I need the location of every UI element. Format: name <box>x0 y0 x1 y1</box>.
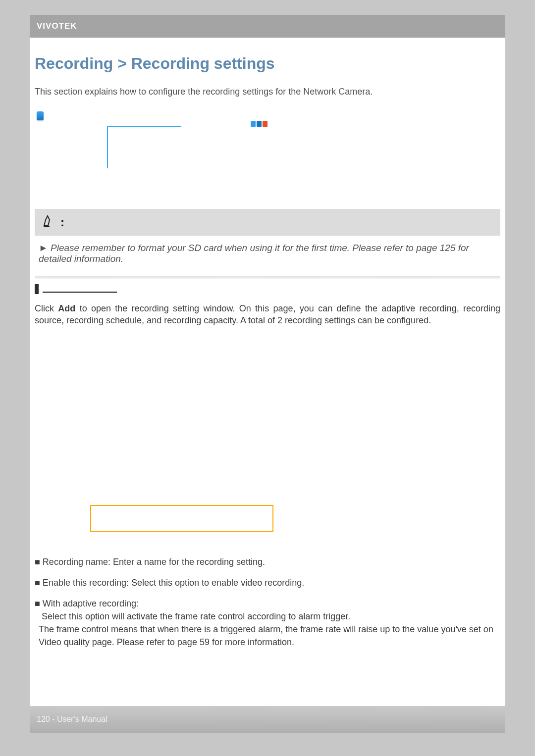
param-enable-recording: ■ Enable this recording: Select this opt… <box>35 576 500 589</box>
param-adaptive-head: ■ With adaptive recording: <box>35 597 500 610</box>
heading-underline <box>43 292 117 293</box>
param-text: ■ Enable this recording: Select this opt… <box>35 576 304 589</box>
divider <box>35 276 500 279</box>
app-icon <box>257 121 262 127</box>
note-label-colon: : <box>60 215 64 229</box>
callout-line-icon <box>107 126 181 127</box>
callout-outline <box>106 110 339 179</box>
note-body: ► Please remember to format your SD card… <box>35 236 500 273</box>
rs-post: to open the recording setting window. On… <box>35 303 500 325</box>
param-text: ■ Recording name: Enter a name for the r… <box>35 555 265 568</box>
param-adaptive-line1: Select this option will activate the fra… <box>42 610 500 623</box>
highlight-box <box>90 505 273 532</box>
parameter-list: ■ Recording name: Enter a name for the r… <box>35 555 500 649</box>
toolbar-icons <box>251 121 268 127</box>
param-text: ■ With adaptive recording: <box>35 597 139 610</box>
note-banner: : <box>35 209 500 236</box>
device-icon <box>37 111 44 120</box>
bar-icon <box>35 284 39 294</box>
move-icon <box>251 121 256 127</box>
recording-settings-paragraph: Click Add to open the recording setting … <box>35 303 500 327</box>
add-label: Add <box>58 303 75 313</box>
page-content: Recording > Recording settings This sect… <box>30 54 505 649</box>
page: VIVOTEK Recording > Recording settings T… <box>30 15 505 733</box>
page-title: Recording > Recording settings <box>35 54 500 73</box>
pencil-icon <box>43 215 54 230</box>
recording-settings-figure <box>35 110 500 209</box>
recording-settings-heading <box>35 284 500 294</box>
page-footer: 120 - User's Manual <box>30 706 505 733</box>
param-recording-name: ■ Recording name: Enter a name for the r… <box>35 555 500 568</box>
brand-logo: VIVOTEK <box>37 21 77 31</box>
intro-text: This section explains how to configure t… <box>35 87 500 97</box>
rs-pre: Click <box>35 303 58 313</box>
callout-line-icon <box>107 126 108 168</box>
delete-icon <box>263 121 268 127</box>
footer-text: 120 - User's Manual <box>37 715 107 724</box>
param-adaptive-line2: The frame control means that when there … <box>39 623 500 649</box>
page-header: VIVOTEK <box>30 15 505 38</box>
